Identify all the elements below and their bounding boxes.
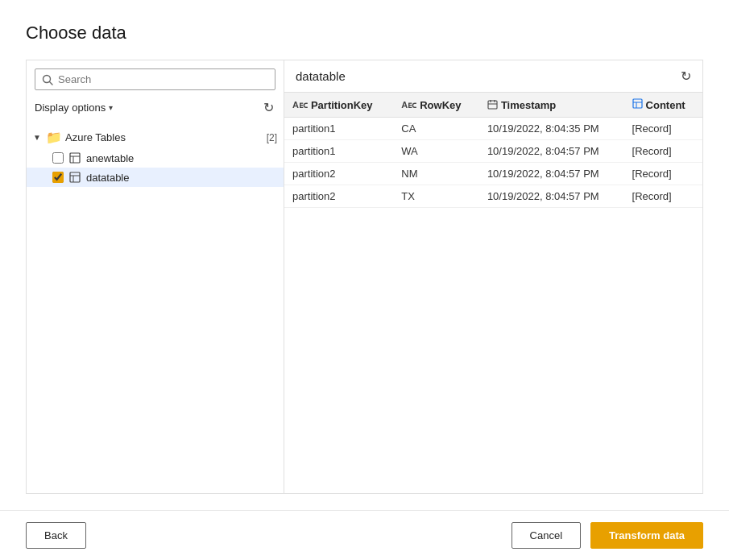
tree-item-datatable[interactable]: datatable <box>27 168 284 187</box>
footer-right: Cancel Transform data <box>512 522 703 549</box>
col-header-content: Content <box>624 93 702 118</box>
timestamp-type-icon <box>487 99 498 111</box>
table-scroll-area: Aᴇᴄ PartitionKey Aᴇᴄ RowKey <box>284 93 702 493</box>
table-row: partition1CA10/19/2022, 8:04:35 PM[Recor… <box>284 118 702 140</box>
transform-data-button[interactable]: Transform data <box>590 522 703 549</box>
col-timestamp-label: Timestamp <box>501 99 556 111</box>
table-header-row: Aᴇᴄ PartitionKey Aᴇᴄ RowKey <box>284 93 702 118</box>
datatable-label: datatable <box>86 172 130 184</box>
col-header-rowkey: Aᴇᴄ RowKey <box>393 93 479 118</box>
cancel-button[interactable]: Cancel <box>512 522 581 549</box>
display-options-toggle[interactable]: Display options ▾ <box>35 102 113 114</box>
table-row: partition1WA10/19/2022, 8:04:57 PM[Recor… <box>284 140 702 163</box>
left-panel: Display options ▾ ↻ ▼ 📁 Azure Tables [2] <box>26 60 284 494</box>
tree-area: ▼ 📁 Azure Tables [2] anewtable <box>27 123 284 493</box>
table-cell: 10/19/2022, 8:04:57 PM <box>479 163 624 185</box>
right-refresh-button[interactable]: ↻ <box>681 68 691 84</box>
chevron-down-icon: ▾ <box>109 103 113 112</box>
back-button[interactable]: Back <box>26 522 86 549</box>
table-icon-datatable <box>68 171 81 184</box>
table-body: partition1CA10/19/2022, 8:04:35 PM[Recor… <box>284 118 702 208</box>
refresh-icon: ↻ <box>263 100 274 115</box>
table-cell: 10/19/2022, 8:04:35 PM <box>479 118 624 140</box>
svg-rect-8 <box>488 101 497 109</box>
folder-count: [2] <box>267 132 277 143</box>
table-cell: partition1 <box>284 118 393 140</box>
right-panel: datatable ↻ Aᴇᴄ PartitionKey <box>284 60 703 494</box>
right-panel-title: datatable <box>296 69 346 83</box>
anewtable-checkbox[interactable] <box>52 152 64 164</box>
svg-rect-5 <box>70 172 80 182</box>
table-cell: TX <box>393 185 479 208</box>
tree-item-anewtable[interactable]: anewtable <box>27 148 284 168</box>
table-row: partition2NM10/19/2022, 8:04:57 PM[Recor… <box>284 163 702 185</box>
table-cell: NM <box>393 163 479 185</box>
table-cell: partition2 <box>284 163 393 185</box>
refresh-button[interactable]: ↻ <box>262 98 275 117</box>
col-header-timestamp: Timestamp <box>479 93 624 118</box>
table-cell: 10/19/2022, 8:04:57 PM <box>479 185 624 208</box>
table-cell: [Record] <box>624 140 702 163</box>
search-box[interactable] <box>35 68 275 90</box>
svg-line-1 <box>50 81 53 85</box>
right-refresh-icon: ↻ <box>681 69 691 83</box>
anewtable-label: anewtable <box>86 152 134 164</box>
svg-rect-12 <box>633 99 642 108</box>
folder-row[interactable]: ▼ 📁 Azure Tables [2] <box>27 127 284 148</box>
table-cell: partition1 <box>284 140 393 163</box>
folder-icon: 📁 <box>46 130 62 145</box>
folder-label: Azure Tables <box>65 131 260 143</box>
folder-toggle-icon: ▼ <box>33 133 43 142</box>
partitionkey-type-icon: Aᴇᴄ <box>292 100 308 110</box>
footer: Back Cancel Transform data <box>0 510 729 560</box>
search-input[interactable] <box>58 73 268 85</box>
table-cell: [Record] <box>624 185 702 208</box>
right-header: datatable ↻ <box>284 60 702 93</box>
page-title: Choose data <box>26 23 703 44</box>
search-icon <box>42 74 53 85</box>
rowkey-type-icon: Aᴇᴄ <box>401 100 416 110</box>
table-cell: partition2 <box>284 185 393 208</box>
table-cell: 10/19/2022, 8:04:57 PM <box>479 140 624 163</box>
data-table: Aᴇᴄ PartitionKey Aᴇᴄ RowKey <box>284 93 702 208</box>
col-content-label: Content <box>646 99 686 111</box>
table-cell: WA <box>393 140 479 163</box>
svg-rect-2 <box>70 153 80 163</box>
datatable-checkbox[interactable] <box>52 172 64 183</box>
display-options-row: Display options ▾ ↻ <box>27 95 284 123</box>
table-cell: [Record] <box>624 163 702 185</box>
col-partitionkey-label: PartitionKey <box>311 99 373 111</box>
table-cell: [Record] <box>624 118 702 140</box>
display-options-label: Display options <box>35 102 106 114</box>
col-header-partitionkey: Aᴇᴄ PartitionKey <box>284 93 393 118</box>
col-rowkey-label: RowKey <box>420 99 461 111</box>
content-type-icon <box>632 98 643 111</box>
table-row: partition2TX10/19/2022, 8:04:57 PM[Recor… <box>284 185 702 208</box>
table-icon-anewtable <box>68 151 81 164</box>
table-cell: CA <box>393 118 479 140</box>
